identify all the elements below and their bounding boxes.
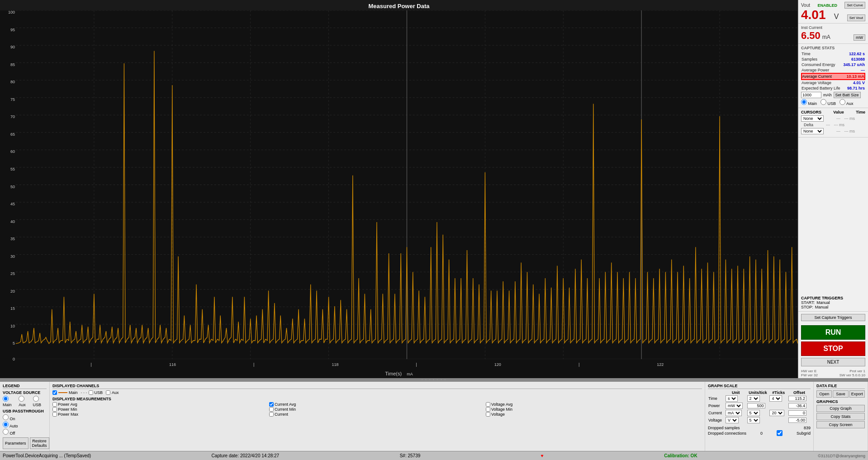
scale-label-voltage: Voltage <box>708 417 725 424</box>
upt-off-label[interactable]: Off <box>3 429 47 436</box>
voltage-offset-input[interactable] <box>788 417 806 423</box>
graphics-section: GRAPHICS Copy Graph Copy Stats Copy Scre… <box>816 399 865 429</box>
vsource-title: VOLTAGE SOURCE <box>3 390 47 395</box>
vout-label: Vout <box>801 3 810 8</box>
time-offset-input[interactable] <box>788 396 806 401</box>
radio-aux-label[interactable]: Aux <box>840 99 854 106</box>
radio-main-label[interactable]: Main <box>801 99 817 106</box>
upt-on-label[interactable]: On <box>3 414 47 421</box>
current-offset-input[interactable] <box>788 410 806 416</box>
fw-info-row: FW ver 32 SW ver 5.0.0.10 <box>801 373 865 377</box>
vsource-usb-radio[interactable] <box>33 396 39 402</box>
y-tick-85: 85 <box>10 62 15 67</box>
open-save-row: Open Save Export <box>816 390 865 398</box>
export-button[interactable]: Export <box>849 390 865 398</box>
s-label: S#: <box>400 453 407 458</box>
vsource-radio-row: Main Aux USB <box>3 396 47 407</box>
vsource-usb-label[interactable]: USB <box>33 396 47 407</box>
cursor1-select[interactable]: None <box>801 115 824 122</box>
set-vout-button[interactable]: Set Vout <box>847 14 865 21</box>
next-button[interactable]: NEXT <box>801 358 865 366</box>
capture-stats-title: CAPTURE STATS <box>801 46 865 50</box>
radio-usb-label[interactable]: USB <box>821 99 836 106</box>
graph-title: Measured Power Data <box>0 0 798 10</box>
stop-button[interactable]: STOP <box>801 341 865 356</box>
measure-power-max: Power Max <box>52 412 269 417</box>
copy-stats-button[interactable]: Copy Stats <box>816 413 865 420</box>
cursor2-select[interactable]: None <box>801 128 824 134</box>
radio-usb[interactable] <box>821 99 826 105</box>
radio-main[interactable] <box>801 99 807 105</box>
voltage-avg-checkbox[interactable] <box>486 402 490 407</box>
restore-defaults-button[interactable]: Restore Defaults <box>30 437 49 449</box>
stats-label-samples: Samples <box>802 57 842 62</box>
parameters-button[interactable]: Parameters <box>3 437 28 449</box>
power-units-tick-input[interactable] <box>747 403 765 408</box>
x-tick-118-marker: | <box>253 362 254 367</box>
scale-col-units-tick: Units/tick <box>747 390 769 395</box>
channels-section: DISPLAYED CHANNELS Main - - - USB Aux DI… <box>50 382 705 451</box>
main-container: Measured Power Data 100 95 90 85 80 75 7… <box>0 0 868 460</box>
dropped-samples-value: 839 <box>804 426 811 430</box>
inst-current-row: 6.50 mA mW <box>801 30 865 42</box>
run-button[interactable]: RUN <box>801 325 865 340</box>
channel-aux-checkbox[interactable] <box>106 390 110 395</box>
vsource-aux-radio[interactable] <box>19 396 24 402</box>
source-radio-row: Main USB Aux <box>801 99 865 106</box>
battery-mah-input[interactable] <box>801 92 821 98</box>
vout-value: 4.01 <box>801 9 826 21</box>
copy-screen-button[interactable]: Copy Screen <box>816 421 865 428</box>
legend-title: LEGEND <box>3 384 47 389</box>
vsource-main-label[interactable]: Main <box>3 396 17 407</box>
time-units-tick-select[interactable]: 2 <box>747 395 760 402</box>
upt-auto-label[interactable]: Auto <box>3 422 47 428</box>
set-batt-size-button[interactable]: Set Batt Size <box>834 92 861 98</box>
copy-graph-button[interactable]: Copy Graph <box>816 405 865 412</box>
radio-aux[interactable] <box>840 99 845 105</box>
voltage-unit-select[interactable]: V <box>726 417 739 423</box>
subgrid-checkbox[interactable] <box>777 430 783 436</box>
heart-icon: ♥ <box>541 453 544 458</box>
power-max-checkbox[interactable] <box>52 412 57 417</box>
y-tick-55: 55 <box>10 167 15 171</box>
x-axis-label-row: Time(s) mA <box>0 371 798 378</box>
channel-main-checkbox[interactable] <box>52 390 57 395</box>
power-unit-select[interactable]: mW <box>726 403 743 409</box>
channel-usb-checkbox[interactable] <box>89 390 93 395</box>
voltage-units-tick-select[interactable]: 5 <box>747 417 760 423</box>
measure-power-avg: Power Avg <box>52 402 269 407</box>
power-avg-checkbox[interactable] <box>52 402 57 407</box>
upt-off-radio[interactable] <box>3 429 9 435</box>
channel-usb-separator: - - - <box>81 390 87 395</box>
current-unit-select[interactable]: mA <box>726 410 742 416</box>
cursors-col-value: Value <box>833 110 844 114</box>
power-offset-input[interactable] <box>788 403 806 408</box>
time-ticks-select[interactable]: 4 <box>769 395 782 402</box>
vsource-aux-label[interactable]: Aux <box>19 396 31 407</box>
power-min-checkbox[interactable] <box>52 407 57 412</box>
mw-toggle-button[interactable]: mW <box>854 34 865 41</box>
set-capture-triggers-button[interactable]: Set Capture Triggers <box>801 314 865 321</box>
current-ticks-select[interactable]: 20 <box>769 410 784 416</box>
current-min-checkbox[interactable] <box>269 407 274 412</box>
current-checkbox[interactable] <box>269 412 274 417</box>
open-button[interactable]: Open <box>816 390 832 398</box>
graph-wrapper[interactable]: 100 95 90 85 80 75 70 65 60 55 50 45 40 … <box>0 10 798 359</box>
current-avg-checkbox[interactable] <box>269 402 274 407</box>
upt-on-radio[interactable] <box>3 414 9 420</box>
save-button[interactable]: Save <box>833 390 848 398</box>
stats-value-power: --- <box>842 67 865 73</box>
capture-triggers-title: CAPTURE TRIGGERS <box>801 296 865 300</box>
time-unit-select[interactable]: s <box>726 395 738 402</box>
scale-table: Unit Units/tick #Ticks Offset Time s 2 4 <box>708 390 811 424</box>
measure-voltage-min: Voltage Min <box>486 407 702 412</box>
graph-main[interactable] <box>16 10 798 359</box>
current-units-tick-select[interactable]: 5 <box>747 410 760 416</box>
upt-auto-radio[interactable] <box>3 422 9 427</box>
voltage-min-checkbox[interactable] <box>486 407 490 412</box>
measure-current-min: Current Min <box>269 407 485 412</box>
set-curve-button[interactable]: Set Curve <box>844 2 865 9</box>
scale-label-current: Current <box>708 409 725 417</box>
vsource-main-radio[interactable] <box>3 396 9 402</box>
voltage-checkbox[interactable] <box>486 412 490 417</box>
